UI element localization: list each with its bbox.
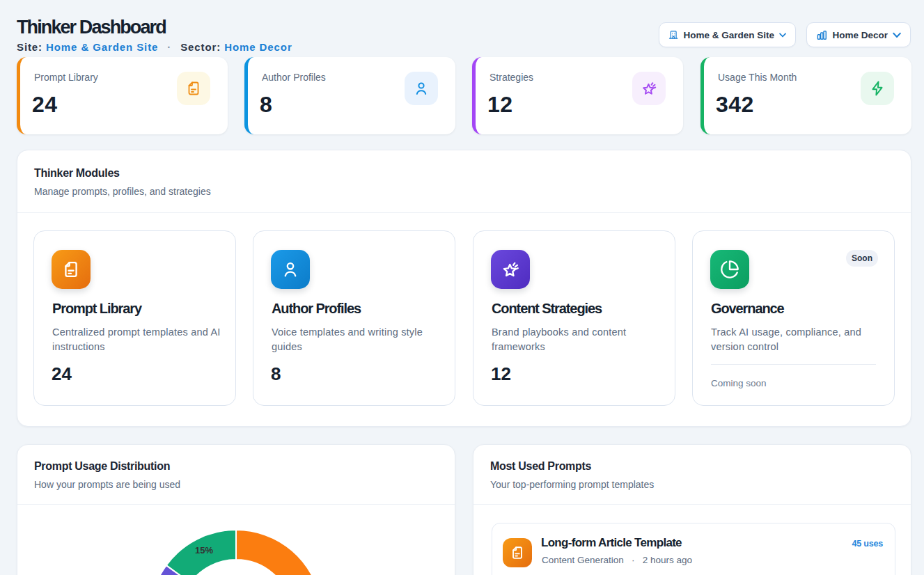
svg-text:15%: 15% [195,545,213,556]
